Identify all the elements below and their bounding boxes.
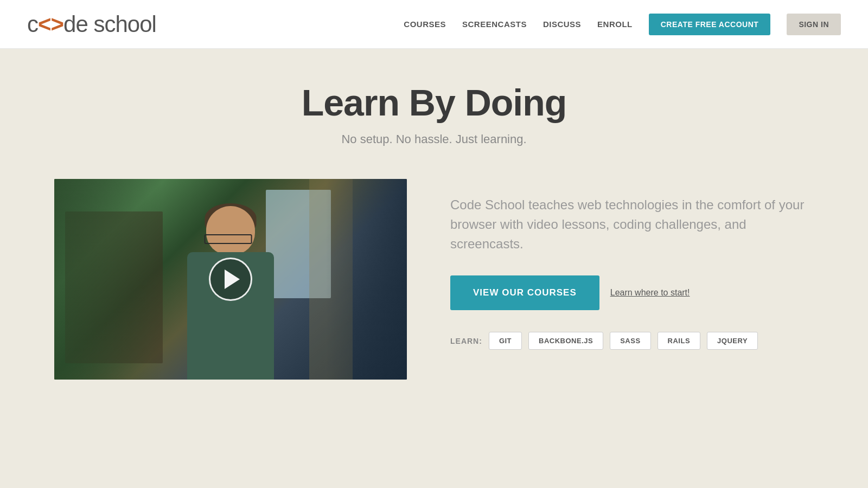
learn-tags-row: LEARN: GITBACKBONE.JSSASSRAILSJQUERY (450, 332, 814, 350)
tag-button[interactable]: RAILS (658, 332, 701, 350)
nav-screencasts[interactable]: SCREENCASTS (462, 20, 527, 29)
create-account-button[interactable]: CREATE FREE ACCOUNT (649, 14, 771, 35)
hero-section: Learn By Doing No setup. No hassle. Just… (0, 49, 868, 488)
nav-enroll[interactable]: ENROLL (597, 20, 633, 29)
person-head (206, 206, 255, 255)
logo-bracket-left-icon: < (38, 11, 51, 37)
main-nav: COURSES SCREENCASTS DISCUSS ENROLL CREAT… (404, 14, 841, 35)
learn-where-to-start-link[interactable]: Learn where to start! (610, 288, 690, 298)
nav-courses[interactable]: COURSES (404, 20, 446, 29)
tag-button[interactable]: JQUERY (707, 332, 758, 350)
person-glasses (205, 234, 252, 244)
logo-text: c<>de school (27, 11, 156, 37)
view-courses-button[interactable]: VIEW OUR COURSES (450, 275, 599, 310)
logo[interactable]: c<>de school (27, 11, 156, 37)
video-thumbnail[interactable] (54, 179, 407, 380)
hero-title-section: Learn By Doing No setup. No hassle. Just… (43, 81, 825, 146)
tag-button[interactable]: BACKBONE.JS (528, 332, 603, 350)
hero-description: Code School teaches web technologies in … (450, 195, 814, 254)
sign-in-button[interactable]: SIGN IN (787, 14, 841, 35)
header: c<>de school COURSES SCREENCASTS DISCUSS… (0, 0, 868, 49)
bg-element-left (54, 179, 163, 380)
hero-right-content: Code School teaches web technologies in … (450, 179, 814, 350)
hero-subtitle: No setup. No hassle. Just learning. (43, 132, 825, 146)
cta-row: VIEW OUR COURSES Learn where to start! (450, 275, 814, 310)
logo-code-part: c (27, 11, 38, 37)
logo-gt-icon: > (51, 11, 64, 37)
nav-discuss[interactable]: DISCUSS (543, 20, 581, 29)
hero-title: Learn By Doing (43, 81, 825, 124)
tag-button[interactable]: SASS (610, 332, 650, 350)
bg-element-right (326, 179, 407, 380)
hero-content: Code School teaches web technologies in … (54, 179, 814, 380)
play-button[interactable] (209, 258, 252, 301)
play-triangle-icon (225, 269, 240, 289)
tag-button[interactable]: GIT (489, 332, 522, 350)
logo-school-part: de school (63, 11, 156, 37)
learn-label: LEARN: (450, 337, 482, 345)
